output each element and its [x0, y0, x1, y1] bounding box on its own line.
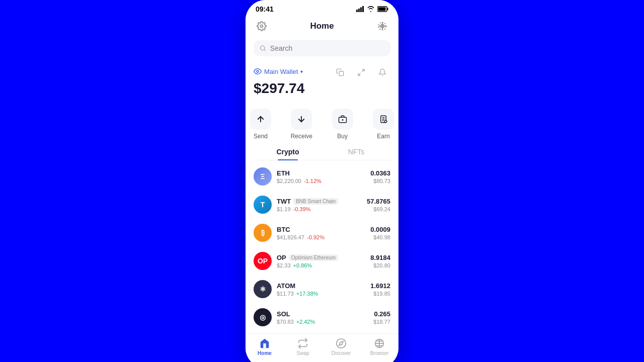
receive-label: Receive — [291, 133, 312, 140]
svg-rect-3 — [362, 6, 364, 12]
nav-browser[interactable]: Browser — [364, 338, 394, 356]
link-button[interactable] — [374, 18, 390, 34]
crypto-amount: 0.0363 — [370, 169, 390, 177]
crypto-amount: 0.0009 — [370, 226, 390, 233]
crypto-list: Ξ ETH $2,220.00 -1.12% 0.0363 $80.73 T T… — [246, 160, 398, 333]
swap-icon — [297, 338, 308, 349]
list-item[interactable]: T TWT BNB Smart Chain $1.19 -0.39% 57.87… — [246, 191, 398, 219]
crypto-logo: ◎ — [254, 308, 272, 326]
battery-icon — [377, 6, 388, 12]
search-bar[interactable] — [254, 40, 390, 56]
svg-point-14 — [257, 70, 259, 72]
crypto-name-row: ATOM — [277, 282, 365, 290]
crypto-value: $18.77 — [373, 319, 390, 325]
crypto-amounts: 57.8765 $69.24 — [367, 198, 390, 212]
wallet-label[interactable]: Main Wallet ▾ — [254, 67, 303, 75]
crypto-logo: ₿ — [254, 224, 272, 242]
crypto-price-row: $2.33 +0.86% — [277, 262, 365, 268]
list-item[interactable]: ◎ SOL $70.83 +2.42% 0.265 $18.77 — [246, 303, 398, 331]
search-input[interactable] — [270, 44, 384, 52]
crypto-amounts: 0.0363 $80.73 — [370, 169, 390, 184]
crypto-info: BTC $41,826.47 -0.92% — [277, 226, 365, 240]
bell-button[interactable] — [374, 64, 390, 80]
crypto-amounts: 0.0009 $40.98 — [370, 226, 390, 240]
crypto-name-row: BTC — [277, 226, 365, 233]
svg-rect-0 — [356, 10, 358, 12]
crypto-value: $20.80 — [370, 262, 390, 268]
crypto-symbol: ATOM — [277, 282, 295, 290]
crypto-amount: 0.265 — [373, 310, 390, 318]
crypto-price-row: $2,220.00 -1.12% — [277, 178, 365, 184]
nav-home[interactable]: Home — [250, 338, 280, 356]
crypto-price-row: $41,826.47 -0.92% — [277, 234, 365, 240]
list-item[interactable]: ⚛ ATOM $11.73 +17.38% 1.6912 $19.85 — [246, 275, 398, 303]
svg-rect-2 — [360, 8, 362, 13]
crypto-price-row: $70.83 +2.42% — [277, 319, 368, 325]
buy-label: Buy — [337, 133, 348, 140]
svg-point-12 — [261, 46, 265, 50]
copy-button[interactable] — [332, 64, 348, 80]
crypto-name-row: TWT BNB Smart Chain — [277, 198, 362, 205]
crypto-name-row: OP Optimism Ethereum — [277, 254, 365, 261]
crypto-price: $11.73 — [277, 291, 294, 297]
svg-line-17 — [358, 73, 361, 75]
nav-discover[interactable]: Discover — [326, 338, 356, 356]
status-bar: 09:41 — [246, 0, 398, 16]
crypto-change: +17.38% — [296, 291, 318, 297]
crypto-chain: BNB Smart Chain — [293, 198, 338, 205]
receive-icon-container — [291, 109, 312, 130]
nav-swap[interactable]: Swap — [288, 338, 318, 356]
crypto-price: $1.19 — [277, 206, 291, 212]
receive-button[interactable]: Receive — [286, 109, 316, 140]
wallet-chevron: ▾ — [300, 69, 303, 74]
wallet-header-row: Main Wallet ▾ — [254, 64, 390, 80]
nav-home-label: Home — [258, 350, 272, 356]
crypto-name-row: SOL — [277, 310, 368, 318]
svg-line-13 — [264, 49, 265, 50]
crypto-logo: ⚛ — [254, 280, 272, 298]
crypto-name-row: ETH — [277, 169, 365, 177]
buy-button[interactable]: Buy — [328, 109, 358, 140]
tab-crypto[interactable]: Crypto — [254, 144, 322, 160]
link-icon — [377, 21, 387, 31]
crypto-amount: 1.6912 — [370, 282, 390, 290]
bell-icon — [378, 68, 386, 76]
earn-button[interactable]: Earn — [368, 109, 398, 140]
browser-icon — [374, 338, 385, 349]
crypto-amounts: 1.6912 $19.85 — [370, 282, 390, 297]
svg-rect-1 — [358, 9, 360, 12]
crypto-price-row: $1.19 -0.39% — [277, 206, 362, 212]
crypto-info: SOL $70.83 +2.42% — [277, 310, 368, 325]
crypto-amount: 57.8765 — [367, 198, 390, 205]
wallet-balance: $297.74 — [254, 80, 390, 97]
settings-button[interactable] — [254, 18, 270, 34]
send-button[interactable]: Send — [246, 109, 276, 140]
crypto-price: $70.83 — [277, 319, 294, 325]
phone-frame: 09:41 — [246, 0, 398, 362]
home-icon — [259, 338, 270, 349]
svg-rect-5 — [387, 8, 388, 11]
crypto-symbol: SOL — [277, 310, 290, 318]
discover-icon — [336, 338, 347, 349]
nav-discover-label: Discover — [332, 350, 351, 356]
eye-icon — [254, 67, 262, 75]
expand-button[interactable] — [353, 64, 369, 80]
svg-point-30 — [337, 339, 346, 348]
status-icons — [356, 6, 388, 12]
crypto-chain: Optimism Ethereum — [289, 254, 338, 261]
send-arrow-icon — [256, 115, 265, 124]
crypto-price-row: $11.73 +17.38% — [277, 291, 365, 297]
receive-arrow-icon — [297, 115, 306, 124]
wallet-right-icons — [332, 64, 390, 80]
list-item[interactable]: OP OP Optimism Ethereum $2.33 +0.86% 8.9… — [246, 247, 398, 275]
tab-nfts[interactable]: NFTs — [322, 144, 390, 160]
search-icon — [260, 45, 266, 52]
wallet-name: Main Wallet — [264, 68, 298, 75]
crypto-amounts: 8.9184 $20.80 — [370, 254, 390, 268]
list-item[interactable]: Ξ ETH $2,220.00 -1.12% 0.0363 $80.73 — [246, 162, 398, 191]
list-item[interactable]: ₿ BTC $41,826.47 -0.92% 0.0009 $40.98 — [246, 219, 398, 247]
crypto-change: +0.86% — [293, 262, 312, 268]
crypto-change: -0.39% — [293, 206, 311, 212]
svg-rect-15 — [339, 71, 344, 76]
crypto-change: -1.12% — [304, 178, 321, 184]
